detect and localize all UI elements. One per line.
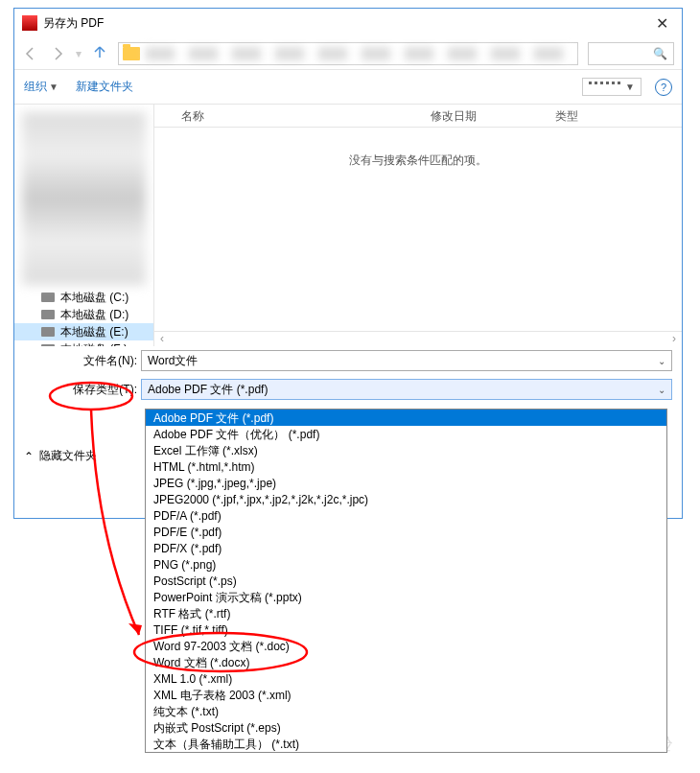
toolbar: 组织▼ 新建文件夹 ▼ ? — [14, 70, 682, 105]
filetype-option[interactable]: PowerPoint 演示文稿 (*.pptx) — [146, 589, 666, 605]
filetype-option[interactable]: Adobe PDF 文件（优化） (*.pdf) — [146, 426, 666, 442]
new-folder-button[interactable]: 新建文件夹 — [76, 79, 133, 95]
filetype-option[interactable]: PDF/A (*.pdf) — [146, 507, 666, 524]
sidebar: 本地磁盘 (C:) 本地磁盘 (D:) 本地磁盘 (E:) 本地磁盘 (F:) — [14, 105, 154, 346]
scroll-left-icon[interactable]: ‹ — [154, 332, 170, 346]
filename-label: 文件名(N): — [24, 353, 137, 369]
filename-row: 文件名(N): Word文件 ⌄ — [14, 346, 682, 375]
column-name[interactable]: 名称 — [174, 105, 427, 127]
filetype-option[interactable]: JPEG2000 (*.jpf,*.jpx,*.jp2,*.j2k,*.j2c,… — [146, 491, 666, 507]
filetype-option[interactable]: Word 文档 (*.docx) — [146, 654, 666, 670]
column-modified[interactable]: 修改日期 — [427, 105, 551, 127]
filetype-option[interactable]: RTF 格式 (*.rtf) — [146, 605, 666, 621]
filetype-option[interactable]: XML 电子表格 2003 (*.xml) — [146, 687, 666, 703]
filetype-option[interactable]: Adobe PDF 文件 (*.pdf) — [146, 410, 666, 426]
chevron-down-icon: ⌃ — [24, 450, 34, 463]
filetype-option[interactable]: 纯文本 (*.txt) — [146, 703, 666, 719]
savetype-row: 保存类型(T): Adobe PDF 文件 (*.pdf) ⌄ — [14, 375, 682, 404]
column-headers: 名称 修改日期 类型 — [154, 105, 682, 128]
view-options-button[interactable]: ▼ — [582, 78, 642, 96]
folder-icon — [123, 47, 140, 60]
annotation-arrowhead — [128, 623, 142, 635]
drive-e[interactable]: 本地磁盘 (E:) — [14, 323, 153, 340]
column-type[interactable]: 类型 — [551, 105, 582, 127]
filetype-option[interactable]: JPEG (*.jpg,*.jpeg,*.jpe) — [146, 475, 666, 491]
organize-button[interactable]: 组织▼ — [24, 79, 58, 95]
savetype-combo[interactable]: Adobe PDF 文件 (*.pdf) ⌄ — [141, 379, 672, 400]
close-button[interactable]: ✕ — [650, 14, 674, 33]
horizontal-scrollbar[interactable]: ‹ › — [154, 331, 682, 346]
filetype-option[interactable]: HTML (*.html,*.htm) — [146, 458, 666, 475]
drive-c[interactable]: 本地磁盘 (C:) — [14, 289, 153, 306]
drive-f[interactable]: 本地磁盘 (F:) — [14, 340, 153, 346]
nav-separator: ▾ — [76, 47, 82, 60]
chevron-down-icon[interactable]: ⌄ — [658, 385, 665, 395]
help-button[interactable]: ? — [655, 79, 672, 96]
filetype-option[interactable]: PostScript (*.ps) — [146, 573, 666, 589]
nav-toolbar: ▾ 🔍 — [14, 37, 682, 70]
drive-icon — [41, 310, 55, 319]
filetype-option[interactable]: Word 97-2003 文档 (*.doc) — [146, 638, 666, 654]
savetype-label: 保存类型(T): — [24, 382, 137, 398]
hide-folders-toggle[interactable]: ⌃ 隐藏文件夹 — [24, 448, 97, 464]
sidebar-blurred-items — [22, 112, 146, 285]
filetype-option[interactable]: PDF/E (*.pdf) — [146, 524, 666, 540]
filetype-option[interactable]: 文本（具备辅助工具） (*.txt) — [146, 736, 666, 752]
address-bar[interactable] — [118, 42, 578, 65]
titlebar: 另存为 PDF ✕ — [14, 9, 682, 37]
drive-icon — [41, 344, 55, 346]
filetype-option[interactable]: 内嵌式 PostScript (*.eps) — [146, 719, 666, 736]
filetype-option[interactable]: Excel 工作簿 (*.xlsx) — [146, 442, 666, 458]
drive-icon — [41, 327, 55, 337]
pdf-app-icon — [22, 15, 37, 31]
filetype-option[interactable]: TIFF (*.tif,*.tiff) — [146, 621, 666, 638]
filetype-option[interactable]: PNG (*.png) — [146, 556, 666, 573]
forward-button[interactable] — [49, 45, 66, 62]
savetype-dropdown-list[interactable]: Adobe PDF 文件 (*.pdf)Adobe PDF 文件（优化） (*.… — [145, 409, 667, 753]
chevron-down-icon[interactable]: ⌄ — [658, 356, 665, 366]
search-icon: 🔍 — [653, 47, 667, 60]
filename-input[interactable]: Word文件 ⌄ — [141, 350, 672, 371]
back-button[interactable] — [22, 45, 39, 62]
filetype-option[interactable]: XML 1.0 (*.xml) — [146, 670, 666, 687]
search-box[interactable]: 🔍 — [588, 42, 674, 65]
empty-folder-message: 没有与搜索条件匹配的项。 — [154, 128, 682, 194]
up-button[interactable] — [91, 43, 108, 63]
filetype-option[interactable]: PDF/X (*.pdf) — [146, 540, 666, 556]
drive-d[interactable]: 本地磁盘 (D:) — [14, 306, 153, 323]
content-area: 本地磁盘 (C:) 本地磁盘 (D:) 本地磁盘 (E:) 本地磁盘 (F:) … — [14, 105, 682, 346]
file-list: 名称 修改日期 类型 没有与搜索条件匹配的项。 ‹ › — [154, 105, 682, 346]
path-text-blurred — [146, 47, 573, 60]
window-title: 另存为 PDF — [43, 15, 650, 32]
scroll-right-icon[interactable]: › — [666, 332, 682, 346]
drive-icon — [41, 293, 55, 302]
